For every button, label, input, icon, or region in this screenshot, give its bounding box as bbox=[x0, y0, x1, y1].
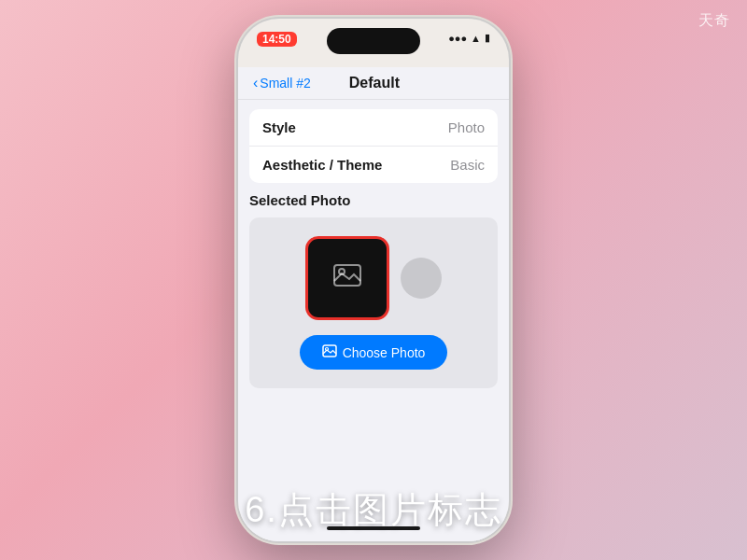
wifi-icon: ▲ bbox=[471, 33, 481, 44]
svg-rect-0 bbox=[334, 265, 360, 286]
photo-content-area: Choose Photo bbox=[249, 217, 498, 388]
back-label[interactable]: Small #2 bbox=[260, 76, 310, 91]
chevron-left-icon: ‹ bbox=[253, 75, 258, 91]
navigation-bar: ‹ Small #2 Default bbox=[238, 67, 509, 100]
photo-thumbnail[interactable] bbox=[305, 236, 389, 320]
style-label: Style bbox=[262, 119, 296, 135]
aesthetic-theme-row[interactable]: Aesthetic / Theme Basic bbox=[249, 147, 498, 183]
photo-circle-placeholder bbox=[401, 258, 442, 299]
style-value: Photo bbox=[448, 119, 485, 135]
dynamic-island bbox=[327, 28, 420, 54]
choose-photo-button[interactable]: Choose Photo bbox=[300, 335, 448, 370]
subtitle-overlay: 6.点击图片标志 bbox=[0, 486, 747, 534]
style-row[interactable]: Style Photo bbox=[249, 109, 498, 147]
choose-photo-label: Choose Photo bbox=[343, 345, 426, 360]
selected-photo-label: Selected Photo bbox=[249, 192, 498, 208]
watermark: 天奇 bbox=[698, 11, 730, 31]
svg-rect-2 bbox=[323, 345, 336, 357]
selected-photo-section: Selected Photo bbox=[249, 192, 498, 388]
choose-photo-icon bbox=[322, 343, 337, 361]
status-icons: ●●● ▲ ▮ bbox=[448, 32, 490, 44]
screen: ‹ Small #2 Default Style Photo Aesthetic… bbox=[238, 67, 509, 541]
battery-icon: ▮ bbox=[485, 32, 490, 44]
aesthetic-label: Aesthetic / Theme bbox=[262, 157, 382, 173]
phone-mockup: 14:50 ●●● ▲ ▮ ‹ Small #2 Default Style P… bbox=[238, 19, 509, 541]
status-time: 14:50 bbox=[257, 32, 297, 47]
aesthetic-value: Basic bbox=[450, 157, 485, 173]
nav-title: Default bbox=[349, 75, 400, 91]
photo-thumbnails-row bbox=[305, 236, 442, 320]
photo-placeholder-icon bbox=[332, 260, 362, 297]
signal-icon: ●●● bbox=[448, 33, 467, 44]
settings-section: Style Photo Aesthetic / Theme Basic bbox=[249, 109, 498, 183]
back-button[interactable]: ‹ Small #2 bbox=[253, 75, 311, 91]
